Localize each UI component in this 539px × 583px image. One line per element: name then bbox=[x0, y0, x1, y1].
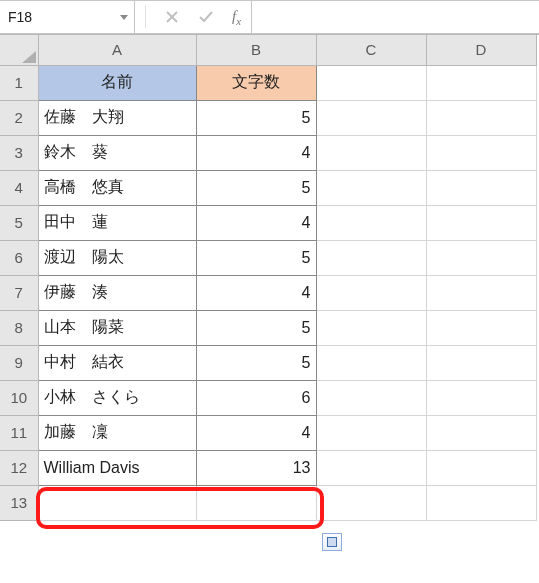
cell[interactable] bbox=[316, 485, 426, 520]
row-header[interactable]: 7 bbox=[0, 275, 38, 310]
cell[interactable] bbox=[426, 450, 536, 485]
cell[interactable] bbox=[426, 275, 536, 310]
table-row: 11 加藤 凜 4 bbox=[0, 415, 536, 450]
autofill-options-icon[interactable] bbox=[322, 533, 342, 551]
spreadsheet-grid[interactable]: A B C D 1 名前 文字数 2 佐藤 大翔 5 3 鈴木 葵 4 4 高橋… bbox=[0, 34, 539, 521]
cell[interactable] bbox=[38, 485, 196, 520]
row-header[interactable]: 3 bbox=[0, 135, 38, 170]
row-header[interactable]: 4 bbox=[0, 170, 38, 205]
formula-bar: F18 fx bbox=[0, 0, 539, 34]
cell[interactable] bbox=[426, 205, 536, 240]
cell[interactable] bbox=[316, 205, 426, 240]
table-row: 13 bbox=[0, 485, 536, 520]
cell[interactable] bbox=[426, 65, 536, 100]
cell[interactable] bbox=[316, 135, 426, 170]
row-header[interactable]: 13 bbox=[0, 485, 38, 520]
formula-buttons: fx bbox=[135, 1, 251, 33]
cell-name[interactable]: 伊藤 湊 bbox=[38, 275, 196, 310]
cell-len[interactable]: 5 bbox=[196, 100, 316, 135]
table-row: 10 小林 さくら 6 bbox=[0, 380, 536, 415]
cell[interactable] bbox=[316, 100, 426, 135]
cell[interactable] bbox=[316, 450, 426, 485]
cell-name[interactable]: 高橋 悠真 bbox=[38, 170, 196, 205]
fx-icon[interactable]: fx bbox=[232, 8, 241, 27]
cell[interactable] bbox=[316, 240, 426, 275]
table-row: 5 田中 蓮 4 bbox=[0, 205, 536, 240]
cell-len[interactable]: 4 bbox=[196, 415, 316, 450]
col-header-B[interactable]: B bbox=[196, 35, 316, 65]
chevron-down-icon[interactable] bbox=[120, 15, 128, 20]
cell-name[interactable]: 山本 陽菜 bbox=[38, 310, 196, 345]
row-header[interactable]: 8 bbox=[0, 310, 38, 345]
cell[interactable] bbox=[426, 485, 536, 520]
cell-len[interactable]: 5 bbox=[196, 240, 316, 275]
table-row: 1 名前 文字数 bbox=[0, 65, 536, 100]
cell[interactable] bbox=[426, 415, 536, 450]
cell-len[interactable]: 6 bbox=[196, 380, 316, 415]
row-header[interactable]: 11 bbox=[0, 415, 38, 450]
cell[interactable] bbox=[426, 240, 536, 275]
table-row: 12 William Davis 13 bbox=[0, 450, 536, 485]
separator bbox=[145, 6, 146, 28]
cell[interactable] bbox=[426, 135, 536, 170]
select-all-corner[interactable] bbox=[0, 35, 38, 65]
col-header-A[interactable]: A bbox=[38, 35, 196, 65]
enter-icon bbox=[198, 9, 214, 25]
cancel-icon bbox=[164, 9, 180, 25]
cell-name[interactable]: 佐藤 大翔 bbox=[38, 100, 196, 135]
cell[interactable] bbox=[316, 310, 426, 345]
cell-name[interactable]: 鈴木 葵 bbox=[38, 135, 196, 170]
row-header[interactable]: 6 bbox=[0, 240, 38, 275]
cell-name[interactable]: 中村 結衣 bbox=[38, 345, 196, 380]
table-row: 4 高橋 悠真 5 bbox=[0, 170, 536, 205]
cell-len[interactable]: 13 bbox=[196, 450, 316, 485]
cell[interactable] bbox=[426, 345, 536, 380]
cell[interactable] bbox=[316, 275, 426, 310]
cell[interactable] bbox=[426, 310, 536, 345]
header-name[interactable]: 名前 bbox=[38, 65, 196, 100]
cell[interactable] bbox=[316, 345, 426, 380]
cell[interactable] bbox=[316, 170, 426, 205]
cell[interactable] bbox=[426, 170, 536, 205]
row-header[interactable]: 5 bbox=[0, 205, 38, 240]
cell[interactable] bbox=[316, 65, 426, 100]
row-header[interactable]: 9 bbox=[0, 345, 38, 380]
table-row: 7 伊藤 湊 4 bbox=[0, 275, 536, 310]
col-header-D[interactable]: D bbox=[426, 35, 536, 65]
cell[interactable] bbox=[316, 415, 426, 450]
cell[interactable] bbox=[426, 100, 536, 135]
table-row: 9 中村 結衣 5 bbox=[0, 345, 536, 380]
name-box[interactable]: F18 bbox=[8, 9, 120, 25]
row-header[interactable]: 2 bbox=[0, 100, 38, 135]
cell-len[interactable]: 5 bbox=[196, 170, 316, 205]
cell-len[interactable]: 5 bbox=[196, 310, 316, 345]
row-header[interactable]: 1 bbox=[0, 65, 38, 100]
cell-name[interactable]: 渡辺 陽太 bbox=[38, 240, 196, 275]
cell-name[interactable]: 田中 蓮 bbox=[38, 205, 196, 240]
cell-len[interactable]: 4 bbox=[196, 205, 316, 240]
cell-name[interactable]: 加藤 凜 bbox=[38, 415, 196, 450]
header-len[interactable]: 文字数 bbox=[196, 65, 316, 100]
cell-len[interactable]: 4 bbox=[196, 275, 316, 310]
table-row: 6 渡辺 陽太 5 bbox=[0, 240, 536, 275]
cell[interactable] bbox=[196, 485, 316, 520]
formula-input[interactable] bbox=[251, 1, 539, 33]
table-row: 2 佐藤 大翔 5 bbox=[0, 100, 536, 135]
table-row: 8 山本 陽菜 5 bbox=[0, 310, 536, 345]
cell-name[interactable]: 小林 さくら bbox=[38, 380, 196, 415]
cell-len[interactable]: 5 bbox=[196, 345, 316, 380]
cell[interactable] bbox=[426, 380, 536, 415]
table-row: 3 鈴木 葵 4 bbox=[0, 135, 536, 170]
column-header-row: A B C D bbox=[0, 35, 536, 65]
cell-len[interactable]: 4 bbox=[196, 135, 316, 170]
row-header[interactable]: 12 bbox=[0, 450, 38, 485]
name-box-wrap[interactable]: F18 bbox=[0, 1, 135, 33]
col-header-C[interactable]: C bbox=[316, 35, 426, 65]
cell-name[interactable]: William Davis bbox=[38, 450, 196, 485]
cell[interactable] bbox=[316, 380, 426, 415]
row-header[interactable]: 10 bbox=[0, 380, 38, 415]
